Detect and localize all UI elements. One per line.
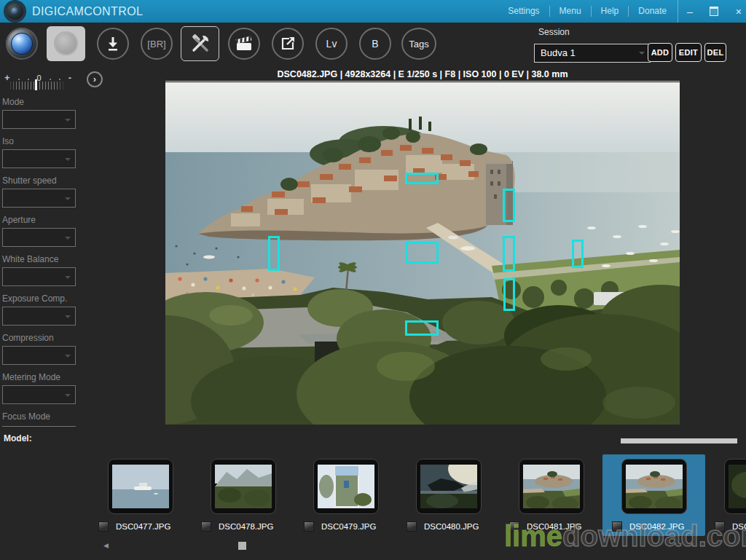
titlebar-menu: Settings Menu Help Donate xyxy=(498,0,676,23)
lens-disabled-icon xyxy=(54,31,78,55)
liveview-button[interactable]: Lv xyxy=(315,28,348,60)
session-add-button[interactable]: ADD xyxy=(648,43,672,62)
window-controls: – × xyxy=(678,0,742,23)
field-focus-mode: Focus Mode xyxy=(2,411,76,422)
shutter-speed-combobox[interactable] xyxy=(2,189,76,208)
filmstrip-handle[interactable] xyxy=(238,542,246,550)
capture-disabled-button xyxy=(47,26,85,61)
sidebar-divider xyxy=(2,426,76,427)
model-label: Model: xyxy=(4,433,32,443)
focus-layer xyxy=(165,82,680,425)
metering-mode-combobox[interactable] xyxy=(2,385,76,404)
field-label: Aperture xyxy=(2,215,76,226)
focus-point-rect xyxy=(405,173,439,184)
thumb-boat-scene xyxy=(112,465,169,508)
thumbnail-checkbox[interactable] xyxy=(201,521,211,532)
thumbnail-frame xyxy=(519,459,584,514)
session-edit-button[interactable]: EDIT xyxy=(675,43,702,62)
thumbnail-filename: DSC0478.JPG xyxy=(219,522,273,531)
image-info-bar: DSC0482.JPG | 4928x3264 | E 1/250 s | F8… xyxy=(165,69,680,79)
lens-icon xyxy=(11,33,33,55)
thumbnail-frame xyxy=(211,459,276,514)
field-label: Metering Mode xyxy=(2,372,76,383)
thumb-trees-scene xyxy=(729,465,746,508)
tags-button[interactable]: Tags xyxy=(401,28,436,60)
thumb-island-scene xyxy=(523,465,580,508)
download-button[interactable] xyxy=(97,28,129,60)
tools-button-selected[interactable] xyxy=(181,26,219,61)
thumb-island-scene xyxy=(626,465,683,508)
zoom-slider-thumb[interactable] xyxy=(35,79,37,90)
focus-point-rect xyxy=(572,240,584,268)
filmstrip-scroll-left-icon[interactable]: ◀ xyxy=(103,542,109,549)
minimize-icon[interactable]: – xyxy=(687,7,693,17)
field-label: Exposure Comp. xyxy=(2,293,76,304)
thumbnail-checkbox[interactable] xyxy=(407,521,417,532)
menu-menu[interactable]: Menu xyxy=(549,6,591,17)
session-label: Session xyxy=(538,27,570,37)
session-select[interactable]: Budva 1 xyxy=(534,44,651,63)
field-iso: Iso xyxy=(2,136,76,168)
app-logo-icon xyxy=(4,1,25,22)
field-white-balance: White Balance xyxy=(2,254,76,286)
app-title: DIGICAMCONTROL xyxy=(32,0,143,23)
exposure-comp-combobox[interactable] xyxy=(2,307,76,326)
menu-help[interactable]: Help xyxy=(591,6,629,17)
mode-combobox[interactable] xyxy=(2,110,76,129)
field-metering-mode: Metering Mode xyxy=(2,372,76,404)
download-icon xyxy=(104,35,122,52)
close-icon[interactable]: × xyxy=(736,7,742,17)
zoom-slider[interactable]: + 0 - xyxy=(4,71,71,82)
hammer-wrench-icon xyxy=(189,33,211,55)
field-exposure-comp: Exposure Comp. xyxy=(2,293,76,326)
focus-point-rect xyxy=(268,236,280,271)
thumbnail-filename: DSC0480.JPG xyxy=(424,522,479,531)
field-mode: Mode xyxy=(2,97,76,129)
browse-export-button[interactable] xyxy=(272,28,304,60)
preview-image[interactable] xyxy=(165,82,680,425)
field-label: Compression xyxy=(2,333,76,344)
sidebar-expand-button[interactable]: › xyxy=(87,71,103,87)
bulb-button[interactable]: B xyxy=(359,28,391,60)
digicamcontrol-window: DIGICAMCONTROL Settings Menu Help Donate… xyxy=(0,0,746,560)
thumb-mountain-scene xyxy=(215,465,272,508)
field-aperture: Aperture xyxy=(2,215,76,247)
thumbnail-frame xyxy=(621,459,687,514)
focus-point-rect xyxy=(503,189,515,222)
field-label: White Balance xyxy=(2,254,76,265)
bracketing-button[interactable]: [BR] xyxy=(141,28,173,60)
open-external-icon xyxy=(279,35,297,52)
thumbnail-cell[interactable]: DSC0477.JPG xyxy=(89,454,192,536)
aperture-combobox[interactable] xyxy=(2,228,76,247)
field-label: Iso xyxy=(2,136,76,147)
watermark-suffix: download.com xyxy=(562,520,746,552)
thumbnail-checkbox[interactable] xyxy=(98,521,109,532)
thumbnail-cell[interactable]: DSC0479.JPG xyxy=(294,454,397,536)
thumbnail-filename: DSC0479.JPG xyxy=(321,522,376,531)
thumbnail-frame xyxy=(416,459,482,514)
white-balance-combobox[interactable] xyxy=(2,267,76,286)
iso-combobox[interactable] xyxy=(2,149,76,168)
filmstrip-scrollbar[interactable] xyxy=(621,438,737,443)
focus-point-rect xyxy=(406,242,439,264)
thumbnail-cell[interactable]: DSC0480.JPG xyxy=(397,454,500,536)
zoom-plus-label[interactable]: + xyxy=(4,74,10,82)
thumbnail-filename: DSC0477.JPG xyxy=(116,522,170,531)
zoom-zero-label: 0 xyxy=(37,74,42,82)
menu-donate[interactable]: Donate xyxy=(628,6,676,17)
field-label: Mode xyxy=(2,97,76,108)
maximize-icon[interactable] xyxy=(710,7,718,16)
field-label: Shutter speed xyxy=(2,176,76,186)
capture-button[interactable] xyxy=(6,28,38,60)
thumbnail-checkbox[interactable] xyxy=(304,521,314,532)
compression-combobox[interactable] xyxy=(2,346,76,365)
thumb-sunset-scene xyxy=(420,465,477,508)
thumbnail-cell[interactable]: DSC0478.JPG xyxy=(192,454,294,536)
thumbnail-frame xyxy=(108,459,173,514)
field-shutter-speed: Shutter speed xyxy=(2,176,76,208)
zoom-minus-label[interactable]: - xyxy=(68,74,71,82)
thumbnail-frame xyxy=(313,459,379,514)
timelapse-button[interactable] xyxy=(228,28,260,60)
menu-settings[interactable]: Settings xyxy=(498,6,549,17)
session-del-button[interactable]: DEL xyxy=(704,43,726,62)
